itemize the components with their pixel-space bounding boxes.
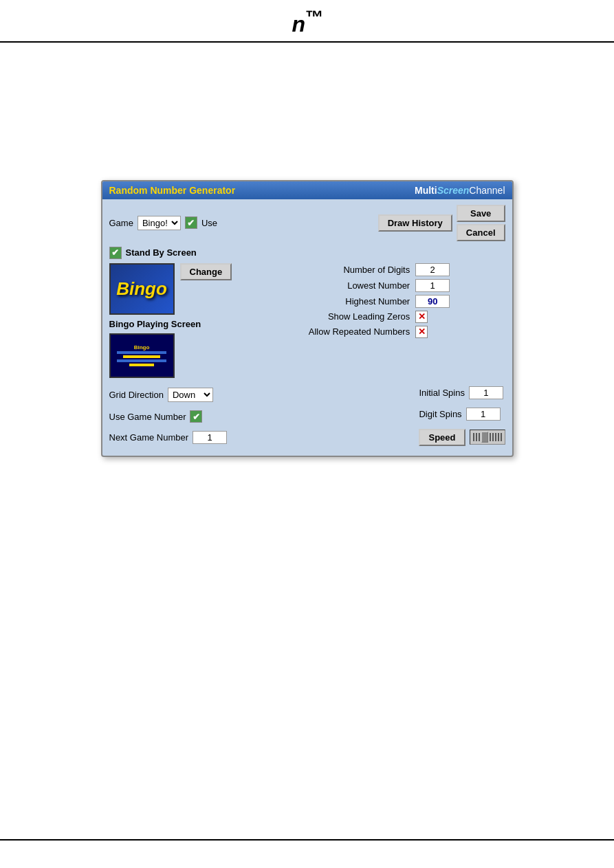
allow-repeated-label: Allow Repeated Numbers bbox=[254, 326, 410, 337]
slider-tick-2 bbox=[476, 433, 477, 441]
right-section: Number of Digits Lowest Number Highest N… bbox=[247, 263, 505, 338]
digit-spins-row: Digit Spins bbox=[419, 408, 500, 421]
dialog: Random Number Generator MultiScreenChann… bbox=[101, 180, 514, 457]
use-game-number-label: Use Game Number bbox=[109, 412, 186, 422]
settings-grid: Number of Digits Lowest Number Highest N… bbox=[254, 263, 505, 338]
grid-direction-dropdown[interactable]: Down Across bbox=[168, 388, 213, 402]
stand-by-row: ✔ Stand By Screen bbox=[109, 247, 505, 259]
digit-spins-input[interactable] bbox=[466, 408, 501, 421]
main-cols: Bingo Change Bingo Playing Screen Bingo bbox=[109, 263, 505, 382]
footer-line bbox=[0, 839, 614, 841]
bottom-section: Grid Direction Down Across Use Game Numb… bbox=[109, 386, 505, 450]
logo: n™ bbox=[292, 7, 322, 37]
game-dropdown[interactable]: Bingo! bbox=[138, 216, 181, 230]
dialog-title-bar: Random Number Generator MultiScreenChann… bbox=[102, 181, 512, 199]
use-game-number-checkbox[interactable]: ✔ bbox=[190, 410, 202, 423]
use-game-number-row: Use Game Number ✔ bbox=[109, 410, 228, 423]
initial-spins-label: Initial Spins bbox=[419, 388, 464, 398]
cancel-button[interactable]: Cancel bbox=[457, 224, 505, 241]
game-label: Game bbox=[109, 218, 133, 228]
preview-row: Bingo Change bbox=[109, 263, 247, 315]
bottom-right: Initial Spins Digit Spins Speed bbox=[419, 386, 505, 450]
main-content: Random Number Generator MultiScreenChann… bbox=[0, 43, 614, 457]
save-button[interactable]: Save bbox=[457, 205, 505, 222]
dialog-title: Random Number Generator bbox=[109, 185, 236, 196]
next-game-number-input[interactable] bbox=[193, 431, 227, 444]
allow-repeated-checkbox[interactable]: ✕ bbox=[415, 326, 428, 338]
left-section: Bingo Change Bingo Playing Screen Bingo bbox=[109, 263, 247, 382]
bingo-logo-text: Bingo bbox=[116, 278, 167, 300]
next-game-number-row: Next Game Number bbox=[109, 431, 228, 444]
stand-by-label: Stand By Screen bbox=[126, 247, 197, 258]
next-game-number-label: Next Game Number bbox=[109, 432, 189, 443]
playing-screen-label-row: Bingo Playing Screen bbox=[109, 319, 247, 329]
bottom-left: Grid Direction Down Across Use Game Numb… bbox=[109, 388, 228, 448]
slider-tick-8 bbox=[501, 433, 502, 441]
slider-tick-3 bbox=[479, 433, 480, 441]
playing-screen-label: Bingo Playing Screen bbox=[109, 319, 201, 329]
speed-slider[interactable] bbox=[470, 430, 505, 445]
draw-history-button[interactable]: Draw History bbox=[378, 214, 452, 232]
initial-spins-input[interactable] bbox=[469, 386, 503, 399]
use-checkbox[interactable]: ✔ bbox=[185, 216, 197, 229]
brand-channel: Channel bbox=[469, 185, 505, 196]
speed-button[interactable]: Speed bbox=[419, 429, 465, 446]
grid-direction-row: Grid Direction Down Across bbox=[109, 388, 228, 402]
slider-tick-7 bbox=[498, 433, 499, 441]
slider-tick-6 bbox=[495, 433, 496, 441]
playing-screen-preview-row: Bingo bbox=[109, 333, 247, 378]
change-button[interactable]: Change bbox=[180, 263, 232, 280]
speed-row: Speed bbox=[419, 429, 505, 446]
logo-n: n bbox=[292, 12, 305, 36]
num-digits-label: Number of Digits bbox=[254, 265, 410, 275]
slider-tick-4 bbox=[490, 433, 491, 441]
digit-spins-label: Digit Spins bbox=[419, 409, 461, 419]
brand-screen: Screen bbox=[437, 185, 470, 196]
lowest-number-input[interactable] bbox=[415, 279, 450, 292]
top-row: Game Bingo! ✔ Use Draw History Save Canc… bbox=[109, 205, 505, 241]
brand-multi: Multi bbox=[415, 185, 437, 196]
initial-spins-row: Initial Spins bbox=[419, 386, 503, 399]
use-label: Use bbox=[201, 218, 217, 228]
small-preview-bingo-text: Bingo bbox=[134, 344, 150, 350]
slider-tick-5 bbox=[492, 433, 494, 441]
lowest-number-label: Lowest Number bbox=[254, 280, 410, 291]
num-digits-input[interactable] bbox=[415, 263, 450, 276]
playing-screen-preview: Bingo bbox=[109, 333, 175, 378]
slider-tick-1 bbox=[473, 433, 474, 441]
dialog-body: Game Bingo! ✔ Use Draw History Save Canc… bbox=[102, 199, 512, 456]
logo-tm: ™ bbox=[305, 7, 322, 27]
dialog-brand: MultiScreenChannel bbox=[415, 185, 505, 196]
show-leading-zeros-label: Show Leading Zeros bbox=[254, 311, 410, 322]
stand-by-checkbox[interactable]: ✔ bbox=[109, 247, 122, 259]
grid-direction-label: Grid Direction bbox=[109, 390, 164, 400]
bingo-preview: Bingo bbox=[109, 263, 175, 315]
highest-number-label: Highest Number bbox=[254, 296, 410, 307]
show-leading-zeros-checkbox[interactable]: ✕ bbox=[415, 311, 428, 323]
page-header: n™ bbox=[0, 0, 614, 43]
slider-handle[interactable] bbox=[481, 432, 488, 443]
highest-number-input[interactable] bbox=[415, 295, 450, 308]
